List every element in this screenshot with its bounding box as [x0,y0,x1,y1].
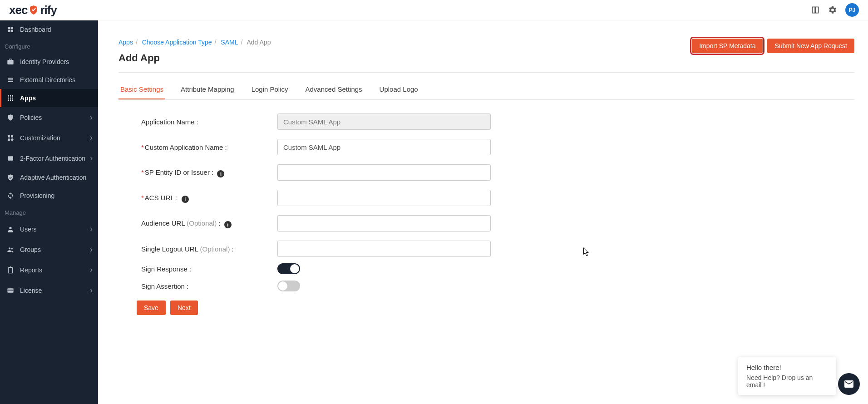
sidebar-item-idp[interactable]: Identity Providers [0,53,98,71]
breadcrumb-current: Add App [247,39,271,46]
save-button[interactable]: Save [137,301,166,315]
tab-advanced-settings[interactable]: Advanced Settings [304,80,364,99]
svg-rect-5 [8,79,13,80]
custom-app-name-input[interactable] [277,139,491,155]
single-logout-url-label: Single Logout URL (Optional) : [141,245,277,253]
gear-icon[interactable] [828,5,837,15]
breadcrumb-apps[interactable]: Apps [118,39,133,46]
sidebar-item-groups[interactable]: Groups › [0,239,98,260]
svg-point-12 [12,98,13,99]
chevron-right-icon: › [90,265,93,275]
brand-text-left: xec [9,3,27,17]
single-logout-url-input[interactable] [277,241,491,257]
sidebar-item-provisioning[interactable]: Provisioning [0,187,98,205]
acs-url-label: *ACS URL : i [141,194,277,202]
chevron-right-icon: › [90,133,93,143]
chevron-right-icon: › [90,153,93,163]
svg-point-22 [9,247,10,249]
sidebar-item-policies[interactable]: Policies › [0,107,98,128]
svg-rect-18 [8,138,10,141]
tab-attribute-mapping[interactable]: Attribute Mapping [179,80,236,99]
info-icon[interactable]: i [224,221,232,228]
svg-rect-0 [8,27,10,29]
import-sp-metadata-button[interactable]: Import SP Metadata [692,39,763,53]
sidebar-item-dashboard[interactable]: Dashboard [0,20,98,39]
svg-point-7 [8,95,9,97]
sign-response-label: Sign Response : [141,265,277,273]
sidebar-item-label: Customization [20,134,60,142]
application-name-input [277,113,491,130]
application-name-label: Application Name : [141,118,277,126]
svg-rect-1 [11,27,13,29]
tab-upload-logo[interactable]: Upload Logo [378,80,420,99]
sidebar-item-twofa[interactable]: 2-Factor Authentication › [0,148,98,168]
chevron-right-icon: › [90,224,93,234]
submit-new-app-request-button[interactable]: Submit New App Request [767,39,854,53]
svg-rect-4 [8,78,13,79]
info-icon[interactable]: i [182,196,189,203]
tab-login-policy[interactable]: Login Policy [250,80,290,99]
card-icon [5,287,15,294]
sidebar-item-label: Provisioning [20,192,54,199]
svg-rect-6 [8,81,13,82]
sign-assertion-toggle[interactable] [277,281,300,291]
brand-logo: xec rify [9,3,57,17]
audience-url-input[interactable] [277,215,491,232]
sp-entity-id-input[interactable] [277,164,491,181]
sign-response-toggle[interactable] [277,263,300,274]
avatar[interactable]: PJ [845,3,859,17]
divider [118,72,854,73]
page-title: Add App [118,52,271,64]
svg-rect-19 [10,138,14,141]
breadcrumb-choose[interactable]: Choose Application Type [142,39,212,46]
acs-url-input[interactable] [277,190,491,206]
svg-point-13 [8,99,9,101]
user-icon [5,226,15,233]
sidebar-item-users[interactable]: Users › [0,219,98,239]
sidebar-item-customization[interactable]: Customization › [0,128,98,148]
sidebar-item-extdir[interactable]: External Directories [0,71,98,89]
next-button[interactable]: Next [170,301,198,315]
docs-icon[interactable] [811,5,820,15]
svg-point-11 [10,98,11,99]
info-icon[interactable]: i [217,170,224,177]
breadcrumb: Apps/ Choose Application Type/ SAML/ Add… [118,39,271,46]
svg-point-23 [11,248,13,249]
svg-rect-2 [8,30,10,32]
audience-url-label: Audience URL (Optional) : i [141,219,277,227]
svg-point-15 [12,99,13,101]
tabs: Basic Settings Attribute Mapping Login P… [118,80,854,100]
sidebar-item-label: Dashboard [20,26,51,33]
chevron-right-icon: › [90,286,93,295]
svg-rect-24 [8,267,12,273]
keypad-icon [5,155,15,162]
shield-icon [28,5,39,15]
tab-basic-settings[interactable]: Basic Settings [118,80,165,99]
sp-entity-id-label: *SP Entity ID or Issuer : i [141,168,277,177]
widgets-icon [5,134,15,142]
svg-rect-17 [11,135,13,138]
svg-point-21 [9,227,11,229]
sidebar-item-label: Reports [20,266,42,274]
apps-icon [5,94,15,102]
chevron-right-icon: › [90,113,93,122]
sidebar-item-apps[interactable]: Apps [0,89,98,107]
sidebar-item-adaptive[interactable]: Adaptive Authentication [0,168,98,187]
sidebar-item-label: Apps [20,94,36,102]
svg-point-8 [10,95,11,97]
clipboard-icon [5,266,15,274]
sidebar-item-label: Adaptive Authentication [20,174,86,181]
sidebar-item-reports[interactable]: Reports › [0,260,98,280]
sidebar-item-label: 2-Factor Authentication [20,155,85,162]
sidebar-item-license[interactable]: License › [0,280,98,301]
svg-point-9 [12,95,13,97]
brand-text-right: rify [40,3,56,17]
breadcrumb-saml[interactable]: SAML [221,39,238,46]
sidebar-item-label: Identity Providers [20,58,69,65]
sign-assertion-label: Sign Assertion : [141,282,277,290]
svg-point-14 [10,99,11,101]
sidebar-item-label: External Directories [20,76,75,84]
svg-rect-20 [8,156,13,160]
custom-app-name-label: *Custom Application Name : [141,143,277,151]
verified-icon [5,174,15,181]
